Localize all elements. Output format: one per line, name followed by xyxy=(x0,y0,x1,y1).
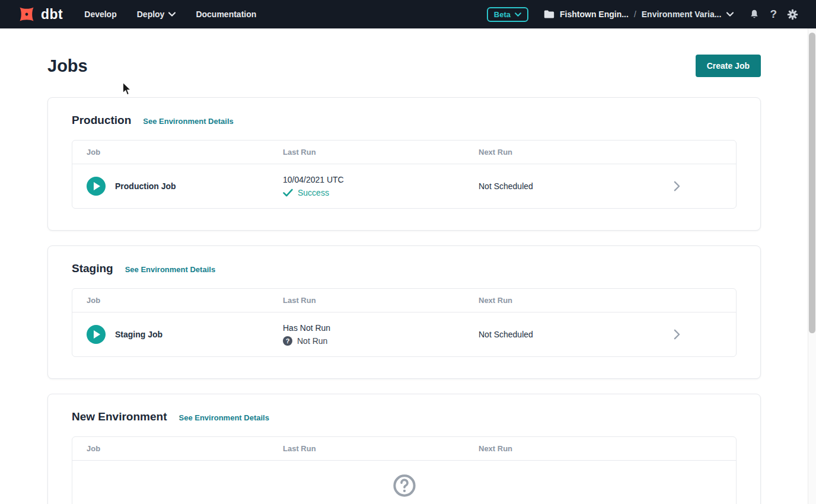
column-header-next-run: Next Run xyxy=(479,444,617,453)
environment-name: Production xyxy=(72,114,131,127)
navbar-icons: ? xyxy=(749,8,798,21)
breadcrumb-section[interactable]: Environment Varia... xyxy=(642,9,722,19)
jobs-table: Job Last Run Next Run Staging Job Has No… xyxy=(72,288,737,357)
status-text: Success xyxy=(298,188,329,197)
question-icon: ? xyxy=(283,336,292,346)
dbt-logo-icon xyxy=(17,4,37,24)
column-header-job: Job xyxy=(72,296,283,305)
see-environment-details-link[interactable]: See Environment Details xyxy=(143,117,233,126)
page-title: Jobs xyxy=(47,56,88,76)
dbt-logo[interactable]: dbt xyxy=(17,4,63,24)
run-job-button[interactable] xyxy=(87,325,106,344)
table-header-row: Job Last Run Next Run xyxy=(72,289,736,312)
environment-card-new-environment: New Environment See Environment Details … xyxy=(47,394,761,504)
gear-icon[interactable] xyxy=(787,9,798,20)
chevron-down-icon xyxy=(168,12,176,17)
job-row-staging-job[interactable]: Staging Job Has Not Run ? Not Run Not Sc… xyxy=(72,312,736,356)
job-row-production-job[interactable]: Production Job 10/04/2021 UTC Success No… xyxy=(72,164,736,208)
scrollbar-thumb[interactable] xyxy=(809,33,815,333)
next-run: Not Scheduled xyxy=(479,181,617,191)
nav-documentation[interactable]: Documentation xyxy=(196,9,256,19)
column-header-last-run: Last Run xyxy=(283,148,479,157)
breadcrumb-separator: / xyxy=(634,9,636,19)
play-icon xyxy=(94,330,100,339)
help-icon[interactable]: ? xyxy=(770,8,777,21)
beta-dropdown[interactable]: Beta xyxy=(487,7,528,22)
play-icon xyxy=(94,182,100,190)
environment-card-production: Production See Environment Details Job L… xyxy=(47,97,761,231)
last-run-date: 10/04/2021 UTC xyxy=(283,175,479,184)
next-run: Not Scheduled xyxy=(479,330,617,339)
question-circle-icon xyxy=(393,474,416,497)
nav-deploy[interactable]: Deploy xyxy=(137,9,176,19)
check-icon xyxy=(283,189,293,197)
jobs-table: Job Last Run Next Run xyxy=(72,436,737,504)
top-navbar: dbt Develop Deploy Documentation Beta Fi… xyxy=(0,0,816,28)
chevron-down-icon xyxy=(515,12,521,17)
column-header-next-run: Next Run xyxy=(479,296,617,305)
jobs-table: Job Last Run Next Run Production Job 10/… xyxy=(72,140,737,209)
nav-develop[interactable]: Develop xyxy=(84,9,116,19)
navbar-right: Beta Fishtown Engin... / Environment Var… xyxy=(487,7,798,22)
create-job-button[interactable]: Create Job xyxy=(696,55,761,77)
environment-card-staging: Staging See Environment Details Job Last… xyxy=(47,245,761,379)
empty-jobs-area xyxy=(72,461,736,504)
run-job-button[interactable] xyxy=(87,177,106,196)
see-environment-details-link[interactable]: See Environment Details xyxy=(179,413,269,422)
chevron-right-icon[interactable] xyxy=(672,181,681,192)
job-name: Production Job xyxy=(115,181,176,191)
see-environment-details-link[interactable]: See Environment Details xyxy=(125,265,215,274)
table-header-row: Job Last Run Next Run xyxy=(72,437,736,461)
column-header-job: Job xyxy=(72,148,283,157)
last-run-date: Has Not Run xyxy=(283,323,479,333)
breadcrumb-project[interactable]: Fishtown Engin... xyxy=(560,9,629,19)
column-header-job: Job xyxy=(72,444,283,453)
breadcrumb[interactable]: Fishtown Engin... / Environment Varia... xyxy=(544,9,734,19)
status-text: Not Run xyxy=(297,336,327,346)
environment-name: Staging xyxy=(72,262,113,275)
job-name: Staging Job xyxy=(115,330,162,339)
chevron-down-icon[interactable] xyxy=(726,12,734,17)
folder-icon xyxy=(544,9,554,19)
column-header-last-run: Last Run xyxy=(283,296,479,305)
column-header-next-run: Next Run xyxy=(479,148,617,157)
table-header-row: Job Last Run Next Run xyxy=(72,141,736,164)
environment-name: New Environment xyxy=(72,410,167,423)
column-header-last-run: Last Run xyxy=(283,444,479,453)
chevron-right-icon[interactable] xyxy=(672,329,681,340)
jobs-page: Jobs Create Job Production See Environme… xyxy=(0,55,816,504)
bell-icon[interactable] xyxy=(749,9,760,20)
page-header: Jobs Create Job xyxy=(47,55,761,77)
scrollbar-track[interactable] xyxy=(808,28,816,504)
nav-links: Develop Deploy Documentation xyxy=(84,9,256,19)
brand-text: dbt xyxy=(41,7,63,23)
